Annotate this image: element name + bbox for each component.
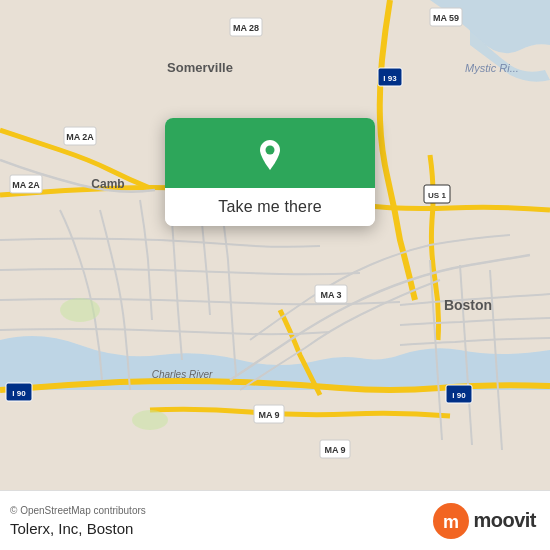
location-name: Tolerx, Inc, Boston <box>10 520 146 537</box>
svg-text:m: m <box>443 512 459 532</box>
svg-text:I 90: I 90 <box>12 389 26 398</box>
svg-text:US 1: US 1 <box>428 191 446 200</box>
svg-text:MA 2A: MA 2A <box>12 180 40 190</box>
map-pin-icon <box>251 136 289 174</box>
svg-text:I 93: I 93 <box>383 74 397 83</box>
bottom-left-info: © OpenStreetMap contributors Tolerx, Inc… <box>10 505 146 537</box>
take-me-there-button[interactable]: Take me there <box>165 188 375 226</box>
moovit-icon: m <box>433 503 469 539</box>
svg-point-31 <box>266 146 275 155</box>
svg-text:MA 3: MA 3 <box>320 290 341 300</box>
popup-card: Take me there <box>165 118 375 226</box>
svg-point-30 <box>132 410 168 430</box>
map-container: MA 28 MA 59 I 93 US 1 MA 2A MA 2A MA 3 I… <box>0 0 550 490</box>
svg-text:MA 28: MA 28 <box>233 23 259 33</box>
map-svg: MA 28 MA 59 I 93 US 1 MA 2A MA 2A MA 3 I… <box>0 0 550 490</box>
svg-text:Somerville: Somerville <box>167 60 233 75</box>
svg-text:MA 9: MA 9 <box>258 410 279 420</box>
svg-text:MA 59: MA 59 <box>433 13 459 23</box>
svg-text:Boston: Boston <box>444 297 492 313</box>
popup-green-header <box>165 118 375 188</box>
copyright-text: © OpenStreetMap contributors <box>10 505 146 516</box>
svg-point-29 <box>60 298 100 322</box>
moovit-label: moovit <box>473 509 536 532</box>
svg-text:MA 9: MA 9 <box>324 445 345 455</box>
svg-text:MA 2A: MA 2A <box>66 132 94 142</box>
bottom-bar: © OpenStreetMap contributors Tolerx, Inc… <box>0 490 550 550</box>
svg-text:I 90: I 90 <box>452 391 466 400</box>
moovit-logo: m moovit <box>433 503 536 539</box>
svg-text:Charles River: Charles River <box>152 369 213 380</box>
svg-text:Mystic Ri...: Mystic Ri... <box>465 62 519 74</box>
svg-text:Camb: Camb <box>91 177 124 191</box>
